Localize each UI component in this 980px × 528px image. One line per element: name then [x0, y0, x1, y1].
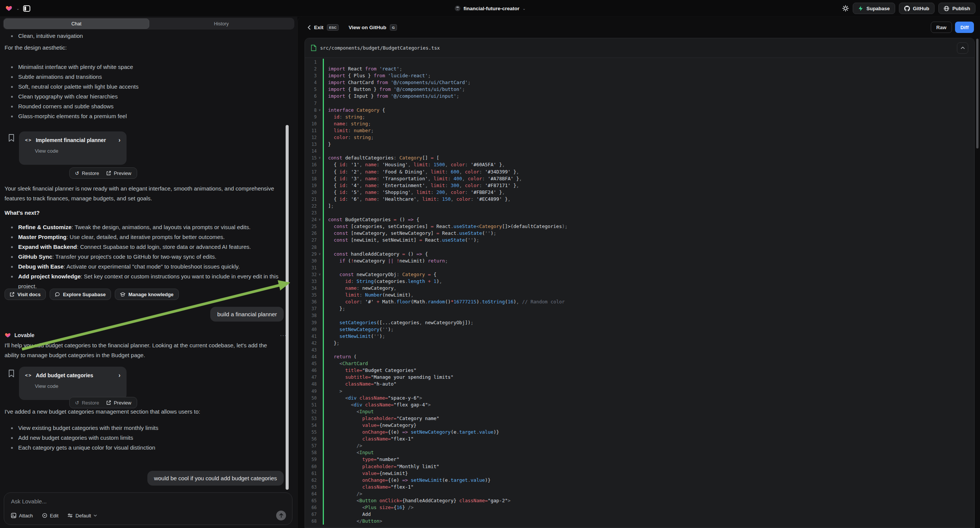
restore-button[interactable]: ↺Restore [75, 170, 99, 176]
chevron-up-icon [961, 46, 965, 49]
added-bullet-list: View existing budget categories with the… [5, 423, 282, 453]
code-line: 26 const [newCategory, setNewCategory] =… [305, 230, 974, 237]
assistant-name: Lovable [14, 332, 35, 338]
code-panel: Exit ESC View on GitHub G Raw Diff src/c… [298, 17, 980, 528]
code-line: 7 [305, 100, 974, 107]
code-line: 34 name: newCategory, [305, 285, 974, 292]
view-code-link[interactable]: View code [35, 383, 121, 389]
visit-docs-button[interactable]: Visit docs [5, 289, 46, 300]
bullet-item: Minimalist interface with plenty of whit… [5, 62, 282, 72]
edit-button[interactable]: Edit [42, 513, 58, 518]
code-line: 25 const [categories, setCategories] = R… [305, 223, 974, 230]
bullet-item: View existing budget categories with the… [5, 423, 282, 433]
code-line: 43 [305, 347, 974, 353]
github-button[interactable]: GitHub [899, 3, 935, 14]
code-line: 14 [305, 148, 974, 154]
code-line: 1 [305, 59, 974, 65]
code-line: 22]; [305, 203, 974, 210]
code-line: 19 { id: '4', name: 'Entertainment', lim… [305, 182, 974, 189]
whats-next-list: Refine & Customize: Tweak the design, an… [5, 222, 282, 291]
added-text: I've added a new budget categories manag… [5, 407, 282, 417]
view-on-github-button[interactable]: View on GitHub G [348, 24, 397, 31]
code-line: 47 subtitle="Manage your spending limits… [305, 374, 974, 381]
tab-history[interactable]: History [149, 19, 294, 29]
chevron-right-icon: › [119, 137, 121, 143]
raw-toggle-button[interactable]: Raw [931, 22, 952, 33]
code-line: 31 [305, 264, 974, 271]
topbar: ⌄ financial-future-creator ⌄ Supabase Gi… [0, 0, 980, 17]
code-line: 16 { id: '1', name: 'Housing', limit: 15… [305, 161, 974, 168]
view-code-link[interactable]: View code [35, 148, 121, 154]
code-icon: <> [25, 373, 32, 378]
code-line: 27 const [newLimit, setNewLimit] = React… [305, 237, 974, 243]
supabase-icon [858, 6, 863, 11]
project-icon [454, 5, 460, 11]
chat-scrollbar[interactable] [286, 125, 289, 490]
code-line: 52 <Input [305, 408, 974, 415]
diff-toggle-button[interactable]: Diff [955, 22, 974, 33]
chevron-down-icon[interactable]: ⌄ [16, 6, 19, 11]
project-switcher[interactable]: financial-future-creator ⌄ [454, 0, 525, 17]
chat-bubble-icon [55, 292, 60, 297]
chevron-down-icon: ⌄ [522, 6, 525, 11]
code-line: 57 /> [305, 442, 974, 449]
settings-button[interactable] [842, 5, 849, 12]
bullet-item: Each category gets a unique color for vi… [5, 443, 282, 453]
tool-card-add-budget-categories[interactable]: <> Add budget categories › View code [19, 367, 127, 400]
file-header[interactable]: src/components/budget/BudgetCategories.t… [305, 38, 974, 58]
sidebar-toggle-button[interactable] [23, 5, 30, 12]
explore-supabase-button[interactable]: Explore Supabase [49, 289, 111, 300]
code-line: 56 className="flex-1" [305, 436, 974, 442]
send-button[interactable] [276, 511, 286, 520]
model-selector[interactable]: Default [67, 513, 97, 518]
bookmark-icon[interactable] [8, 134, 14, 142]
tab-chat[interactable]: Chat [4, 19, 149, 29]
collapse-button[interactable] [957, 43, 968, 54]
code-line: 48 className="h-auto" [305, 381, 974, 388]
supabase-button[interactable]: Supabase [853, 3, 895, 14]
preview-button[interactable]: Preview [107, 400, 131, 406]
code-line: 11 limit: number; [305, 127, 974, 134]
publish-button[interactable]: Publish [938, 3, 975, 14]
chat-panel: Chat History Clean, intuitive navigation… [0, 17, 298, 528]
bullet-item: GitHub Sync: Transfer your project's cod… [5, 252, 282, 262]
code-line: 64 /> [305, 490, 974, 497]
image-icon [11, 513, 16, 518]
manage-knowledge-button[interactable]: Manage knowledge [115, 289, 179, 300]
chevron-down-icon [94, 514, 97, 517]
code-editor[interactable]: 12import React from 'react';3import { Pl… [305, 58, 974, 525]
attach-button[interactable]: Attach [11, 513, 33, 518]
chat-input[interactable]: Ask Lovable... [11, 498, 285, 504]
tool-card-title: Add budget categories [36, 372, 93, 379]
code-line: 53 placeholder="Category name" [305, 415, 974, 422]
lovable-logo-icon[interactable] [5, 5, 13, 12]
tool-card-implement-financial-planner[interactable]: <> Implement financial planner › View co… [19, 132, 127, 165]
bullet-item: Refine & Customize: Tweak the design, an… [5, 222, 282, 232]
code-line: 68 </Button> [305, 518, 974, 525]
code-line: 63 className="flex-1" [305, 484, 974, 490]
composer[interactable]: Ask Lovable... Attach Edit Default [4, 492, 293, 525]
external-link-icon [10, 292, 14, 297]
target-icon [42, 513, 47, 518]
code-line: 66 <Plus size={16} /> [305, 504, 974, 511]
restore-button[interactable]: ↺Restore [75, 400, 99, 406]
code-scrollbar[interactable] [976, 39, 978, 148]
g-key-badge: G [390, 24, 397, 31]
tool-card-title: Implement financial planner [36, 137, 106, 143]
code-line: 46 title="Budget Categories" [305, 367, 974, 374]
code-line: 2import React from 'react'; [305, 65, 974, 72]
bookmark-icon[interactable] [8, 370, 14, 377]
code-line: 36 color: '#' + Math.floor(Math.random()… [305, 299, 974, 305]
bullet-item: Add new budget categories with custom li… [5, 433, 282, 443]
bullet-item: Soft, neutral color palette with light b… [5, 82, 282, 92]
code-line: 39 setCategories([...categories, newCate… [305, 319, 974, 326]
code-line: 10 name: string; [305, 121, 974, 127]
restore-preview-pill: ↺Restore Preview [69, 167, 137, 179]
preview-button[interactable]: Preview [107, 170, 131, 176]
code-line: 35 limit: Number(newLimit), [305, 292, 974, 299]
gear-icon [842, 5, 849, 12]
code-line: 42 }; [305, 340, 974, 347]
code-line: 13} [305, 141, 974, 148]
exit-button[interactable]: Exit ESC [308, 24, 339, 31]
code-line: 49 > [305, 388, 974, 395]
